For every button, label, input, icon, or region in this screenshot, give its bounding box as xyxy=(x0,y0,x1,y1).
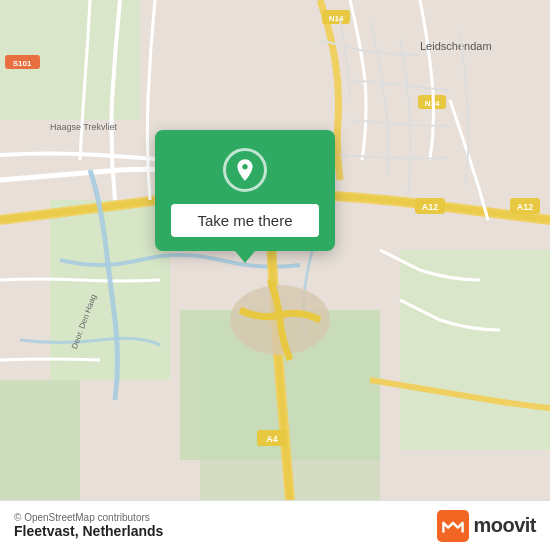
svg-rect-26 xyxy=(437,510,469,542)
bottom-left-info: © OpenStreetMap contributors Fleetvast, … xyxy=(14,512,163,539)
location-pin-container xyxy=(223,148,267,192)
svg-text:Leidschendam: Leidschendam xyxy=(420,40,492,52)
svg-text:Haagse Trekvliet: Haagse Trekvliet xyxy=(50,122,118,132)
location-country-text: Netherlands xyxy=(82,523,163,539)
map-container[interactable]: A12 A12 A12 A4 N14 N14 S101 xyxy=(0,0,550,500)
svg-text:A4: A4 xyxy=(266,434,278,444)
location-name-text: Fleetvast, xyxy=(14,523,79,539)
osm-credit: © OpenStreetMap contributors xyxy=(14,512,163,523)
moovit-text: moovit xyxy=(473,514,536,537)
svg-text:N14: N14 xyxy=(329,14,344,23)
location-pin-icon xyxy=(232,157,258,183)
popup-card: Take me there xyxy=(155,130,335,251)
location-name: Fleetvast, Netherlands xyxy=(14,523,163,539)
moovit-logo: moovit xyxy=(437,510,536,542)
svg-text:A12: A12 xyxy=(422,202,439,212)
svg-rect-5 xyxy=(0,380,80,500)
svg-text:S101: S101 xyxy=(13,59,32,68)
take-me-there-button[interactable]: Take me there xyxy=(171,204,319,237)
moovit-icon xyxy=(437,510,469,542)
svg-text:A12: A12 xyxy=(517,202,534,212)
bottom-bar: © OpenStreetMap contributors Fleetvast, … xyxy=(0,500,550,550)
